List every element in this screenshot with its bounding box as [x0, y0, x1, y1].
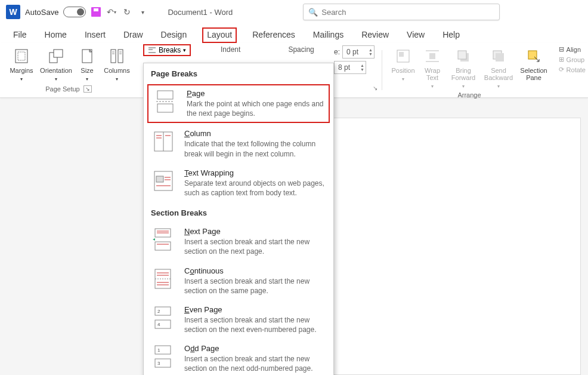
item-desc: Separate text around objects on web page… [184, 179, 326, 198]
word-logo-icon: W [6, 5, 20, 19]
chevron-down-icon: ▾ [402, 76, 404, 82]
break-evenpage-item[interactable]: 24 Even Page Insert a section break and … [144, 300, 333, 339]
search-input[interactable] [321, 8, 494, 17]
undo-icon[interactable]: ↶▾ [106, 7, 117, 17]
break-oddpage-item[interactable]: 13 Odd Page Insert a section break and s… [144, 339, 333, 375]
item-title: Column [184, 129, 326, 138]
break-page-item[interactable]: Page Mark the point at which one page en… [147, 84, 330, 123]
paragraph-dialog-launcher-icon[interactable]: ↘ [373, 85, 377, 91]
redo-icon[interactable]: ↻ [122, 7, 132, 17]
break-nextpage-item[interactable]: Next Page Insert a section break and sta… [144, 222, 333, 261]
page-setup-group: Margins▾ Orientation▾ Size▾ Columns▾ Pag… [0, 43, 137, 97]
chevron-down-icon: ▾ [431, 84, 434, 89]
tab-file[interactable]: File [11, 27, 29, 43]
nextpage-break-icon [151, 227, 176, 252]
textwrap-break-icon [151, 168, 176, 193]
tab-mailings[interactable]: Mailings [311, 27, 346, 43]
svg-rect-3 [54, 50, 63, 57]
svg-text:1: 1 [157, 348, 160, 353]
arrange-label: Arrange [385, 91, 554, 101]
svg-rect-5 [111, 50, 116, 63]
selection-pane-button[interactable]: Selection Pane [517, 45, 550, 89]
item-desc: Insert a section break and start the new… [184, 354, 326, 373]
indent-label: Indent [221, 45, 240, 54]
break-column-item[interactable]: Column Indicate that the text following … [144, 124, 333, 163]
chevron-down-icon: ▾ [86, 76, 88, 82]
tab-home[interactable]: Home [42, 27, 69, 43]
dialog-launcher-icon[interactable]: ↘ [83, 85, 92, 93]
spacing-before-input[interactable]: 0 pt ▲▼ [342, 45, 375, 59]
break-continuous-item[interactable]: Continuous Insert a section break and st… [144, 262, 333, 300]
item-title: Odd Page [184, 344, 326, 353]
autosave-toggle[interactable] [63, 7, 86, 17]
size-button[interactable]: Size▾ [74, 45, 100, 82]
item-desc: Mark the point at which one page ends an… [187, 99, 324, 118]
tab-design[interactable]: Design [159, 27, 190, 43]
save-icon[interactable] [91, 7, 101, 17]
svg-rect-6 [118, 50, 123, 63]
item-desc: Insert a section break and start the new… [184, 276, 326, 296]
align-icon: ⊟ [559, 45, 564, 53]
tab-view[interactable]: View [404, 27, 427, 43]
rotate-button: ⟳Rotate [559, 66, 586, 73]
tab-review[interactable]: Review [359, 27, 391, 43]
spacing-inputs: e: 0 pt ▲▼ 8 pt ▲▼ [334, 45, 375, 74]
svg-rect-22 [496, 53, 504, 62]
tab-references[interactable]: References [250, 27, 298, 43]
svg-rect-24 [157, 91, 173, 99]
search-box[interactable]: 🔍 [303, 4, 500, 20]
tab-insert[interactable]: Insert [82, 27, 108, 43]
margins-button[interactable]: Margins▾ [5, 45, 38, 82]
position-icon [394, 48, 413, 64]
section-breaks-header: Section Breaks [144, 202, 333, 222]
breaks-button[interactable]: Breaks ▾ [143, 44, 191, 56]
svg-rect-15 [399, 52, 404, 57]
align-button[interactable]: ⊟Align [559, 45, 586, 53]
title-bar: W AutoSave ↶▾ ↻ ▾ Document1 - Word 🔍 [0, 0, 588, 24]
rotate-icon: ⟳ [559, 66, 564, 73]
svg-rect-25 [157, 104, 173, 112]
item-title: Page [187, 89, 324, 98]
columns-icon [107, 48, 126, 64]
arrange-side-options: ⊟Align ⊞Group ⟳Rotate [559, 45, 586, 73]
group-icon: ⊞ [559, 56, 564, 63]
item-title: Even Page [184, 305, 326, 314]
send-backward-icon [489, 48, 508, 64]
spacing-after-input[interactable]: 8 pt ▲▼ [334, 61, 366, 74]
arrange-group: Position▾ Wrap Text▾ Bring Forward▾ Send… [385, 43, 554, 97]
tab-layout[interactable]: Layout [202, 27, 237, 43]
svg-rect-20 [458, 51, 466, 59]
qat-customize-icon[interactable]: ▾ [137, 7, 148, 17]
chevron-down-icon: ▾ [116, 76, 118, 82]
columns-button[interactable]: Columns▾ [101, 45, 132, 82]
breaks-icon [148, 46, 156, 54]
wrap-text-button: Wrap Text▾ [419, 45, 445, 89]
spinner-icon[interactable]: ▲▼ [360, 63, 364, 72]
tab-draw[interactable]: Draw [121, 27, 146, 43]
page-breaks-header: Page Breaks [144, 63, 333, 83]
spinner-icon[interactable]: ▲▼ [369, 48, 373, 56]
breaks-dropdown: Page Breaks Page Mark the point at which… [143, 63, 334, 375]
page-break-icon [153, 89, 178, 114]
autosave-label: AutoSave [25, 8, 58, 17]
chevron-down-icon: ▾ [183, 47, 186, 53]
send-backward-button: Send Backward▾ [481, 45, 516, 89]
item-title: Continuous [184, 266, 326, 275]
svg-rect-33 [156, 176, 163, 182]
item-desc: Insert a section break and start the new… [184, 315, 326, 334]
orientation-button[interactable]: Orientation▾ [39, 45, 73, 82]
size-icon [78, 48, 97, 64]
oddpage-break-icon: 13 [151, 344, 176, 369]
break-textwrap-item[interactable]: Text Wrapping Separate text around objec… [144, 164, 333, 202]
chevron-down-icon: ▾ [20, 76, 23, 82]
page-setup-label: Page Setup↘ [45, 85, 92, 95]
group-button: ⊞Group [559, 56, 586, 63]
bring-forward-icon [454, 48, 473, 64]
wrap-text-icon [423, 48, 442, 64]
svg-rect-16 [429, 53, 435, 59]
tab-help[interactable]: Help [440, 27, 462, 43]
continuous-break-icon [151, 266, 176, 291]
bring-forward-button: Bring Forward▾ [447, 45, 480, 89]
svg-rect-0 [16, 50, 27, 63]
orientation-icon [47, 48, 66, 64]
